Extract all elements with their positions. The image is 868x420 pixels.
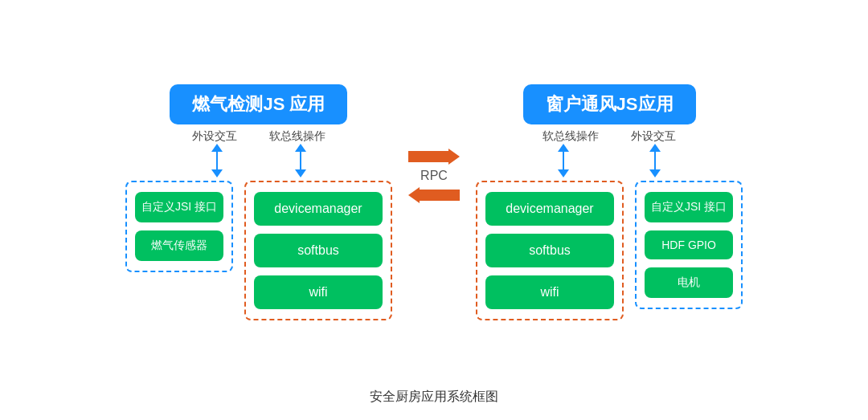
arrow-shaft3 (563, 152, 564, 169)
arrow-head-up-icon3 (558, 144, 569, 152)
right-app-subtitle-right: 外设交互 (631, 129, 676, 144)
left-app-subtitle-left: 外设交互 (192, 129, 237, 144)
right-comp-gpio: HDF GPIO (645, 230, 733, 259)
diagram-container: 燃气检测JS 应用 外设交互 软总线操作 (0, 0, 868, 420)
rpc-label: RPC (420, 169, 448, 183)
right-softbus-arrow (558, 144, 569, 177)
arrow-head-up-icon4 (649, 144, 661, 152)
left-comp-jsi: 自定义JSI 接口 (135, 192, 223, 222)
rpc-arrow-right (408, 149, 460, 165)
right-comp-jsi: 自定义JSI 接口 (645, 192, 733, 222)
right-comp-softbus: softbus (485, 234, 614, 267)
arrow-head-down-icon (211, 169, 223, 177)
right-comp-wifi: wifi (485, 275, 614, 309)
right-bottom-group: devicemanager softbus wifi 自定义JSI 接口 HDF… (476, 181, 743, 320)
right-app-subtitle-left: 软总线操作 (542, 129, 599, 144)
left-app-subtitles: 外设交互 软总线操作 (192, 129, 326, 144)
main-row: 燃气检测JS 应用 外设交互 软总线操作 (32, 84, 836, 320)
arrow-head-down-icon4 (649, 169, 661, 177)
left-comp-wifi: wifi (254, 275, 383, 309)
right-app-subtitles: 软总线操作 外设交互 (542, 129, 676, 144)
left-softbus-arrow (295, 144, 306, 177)
arrow-shaft (216, 152, 218, 169)
arrow-head-up-icon2 (295, 144, 306, 152)
left-app-subtitle-right: 软总线操作 (269, 129, 326, 144)
arrow-shaft4 (654, 152, 656, 169)
right-peripheral-box: 自定义JSI 接口 HDF GPIO 电机 (635, 181, 743, 309)
rpc-section: RPC (400, 149, 468, 203)
left-peripheral-box: 自定义JSI 接口 燃气传感器 (125, 181, 233, 272)
left-bottom-group: 自定义JSI 接口 燃气传感器 devicemanager softbus wi… (125, 181, 392, 320)
left-comp-sensor: 燃气传感器 (135, 230, 223, 261)
rpc-arrows: RPC (408, 149, 460, 203)
rpc-arrow-left (408, 187, 460, 203)
rpc-arrow-right-body (408, 151, 448, 162)
left-app-title: 燃气检测JS 应用 (170, 84, 347, 124)
left-app-block: 燃气检测JS 应用 外设交互 软总线操作 (125, 84, 392, 320)
right-app-title: 窗户通风JS应用 (523, 84, 696, 124)
arrow-head-up-icon (211, 144, 223, 152)
right-softbus-box: devicemanager softbus wifi (476, 181, 624, 320)
left-peripheral-arrow (211, 144, 223, 177)
right-arrows-row (558, 144, 661, 177)
right-peripheral-arrow (649, 144, 661, 177)
rpc-arrow-left-body (420, 190, 460, 201)
left-comp-softbus: softbus (254, 234, 383, 267)
arrow-shaft2 (300, 152, 301, 169)
rpc-arrow-right-head-icon (448, 149, 460, 165)
caption: 安全厨房应用系统框图 (370, 389, 498, 406)
right-comp-devicemgr: devicemanager (485, 192, 614, 226)
rpc-arrow-left-head-icon (408, 187, 420, 203)
arrow-head-down-icon3 (558, 169, 569, 177)
right-comp-motor: 电机 (645, 267, 733, 298)
arrow-head-down-icon2 (295, 169, 306, 177)
left-arrows-row (211, 144, 306, 177)
right-app-block: 窗户通风JS应用 软总线操作 外设交互 (476, 84, 743, 320)
left-softbus-box: devicemanager softbus wifi (244, 181, 392, 320)
left-comp-devicemgr: devicemanager (254, 192, 383, 226)
